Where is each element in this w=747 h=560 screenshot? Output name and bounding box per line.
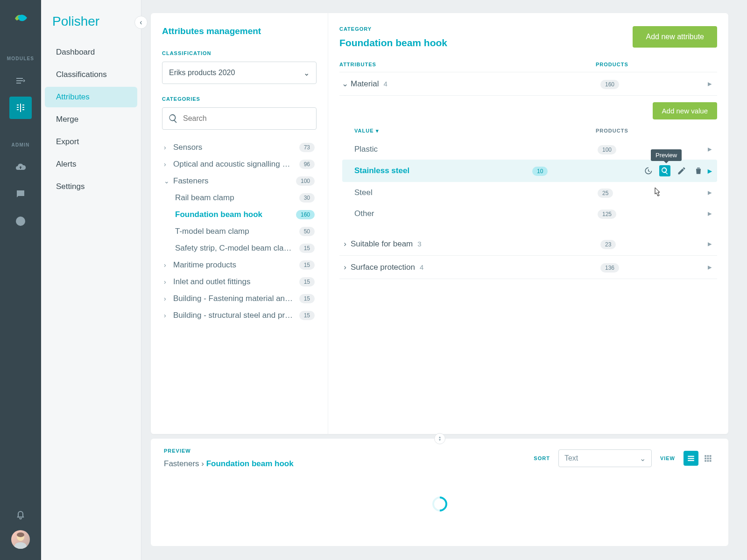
content-card: Attributes management CLASSIFICATION Eri…: [151, 13, 728, 434]
rail-checklist-icon[interactable]: [9, 70, 32, 92]
view-label: VIEW: [660, 455, 675, 461]
classification-select[interactable]: Eriks products 2020 ⌄: [162, 62, 317, 84]
classification-value: Eriks products 2020: [169, 69, 235, 77]
svg-rect-6: [707, 455, 709, 457]
chevron-right-icon: ▸: [708, 79, 717, 89]
rail-upload-icon[interactable]: [9, 156, 32, 178]
loading-spinner: [429, 493, 450, 514]
edit-icon[interactable]: [676, 165, 687, 176]
search-icon: [168, 113, 178, 124]
app-logo: [11, 9, 30, 28]
attr-surface-protection[interactable]: › Surface protection4 136 ▸: [339, 256, 717, 279]
page-title: Attributes management: [162, 26, 317, 36]
category-title: Foundation beam hook: [339, 37, 447, 49]
tree-safety-strip[interactable]: Safety strip, C-model beam clamp15: [162, 240, 317, 257]
material-values: Add new value Value ▾ Products Plastic 1…: [339, 96, 717, 224]
nav-attributes[interactable]: Attributes: [45, 87, 137, 107]
svg-rect-2: [688, 456, 694, 457]
value-stainless-steel[interactable]: Stainless steel 10 Preview ▸: [342, 160, 717, 182]
tree-sensors[interactable]: ›Sensors73: [162, 139, 317, 156]
tree-rail-beam[interactable]: Rail beam clamp30: [162, 189, 317, 206]
search-input[interactable]: [183, 114, 310, 123]
resize-handle[interactable]: ▴▾: [434, 433, 445, 444]
category-label: CATEGORY: [339, 26, 447, 32]
right-panel: CATEGORY Foundation beam hook Add new at…: [328, 13, 728, 434]
chevron-right-icon: ▸: [708, 262, 717, 272]
view-list-button[interactable]: [684, 451, 698, 466]
chevron-right-icon: ›: [339, 239, 351, 249]
svg-rect-5: [705, 455, 706, 457]
nav-merge[interactable]: Merge: [45, 109, 137, 130]
nav-export[interactable]: Export: [45, 132, 137, 152]
app-title: Polisher: [41, 14, 141, 42]
nav-alerts[interactable]: Alerts: [45, 154, 137, 175]
svg-rect-9: [707, 458, 709, 460]
chevron-down-icon: ⌄: [339, 79, 351, 89]
nav-classifications[interactable]: Classifications: [45, 64, 137, 85]
tree-t-model[interactable]: T-model beam clamp50: [162, 223, 317, 240]
chevron-right-icon: ▸: [708, 144, 717, 154]
svg-rect-4: [688, 460, 694, 461]
nav-settings[interactable]: Settings: [45, 176, 137, 197]
classification-label: CLASSIFICATION: [162, 50, 317, 56]
delete-icon[interactable]: [693, 165, 704, 176]
chevron-down-icon: ⌄: [303, 69, 310, 77]
col-attributes: ATTRIBUTES: [339, 62, 596, 67]
svg-rect-7: [710, 455, 712, 457]
svg-rect-13: [710, 460, 712, 462]
collapse-sidebar-button[interactable]: ‹: [134, 16, 148, 29]
main: Attributes management CLASSIFICATION Eri…: [141, 0, 747, 560]
svg-rect-10: [710, 458, 712, 460]
tree-building-structural[interactable]: ›Building - structural steel and profil……: [162, 307, 317, 324]
admin-label: ADMIN: [12, 142, 30, 147]
chevron-right-icon: ▸: [708, 209, 717, 218]
chevron-right-icon: ▸: [708, 239, 717, 249]
user-avatar[interactable]: [11, 530, 30, 549]
preview-panel: ▴▾ PREVIEW Fasteners › Foundation beam h…: [151, 439, 728, 546]
category-search[interactable]: [162, 107, 317, 130]
chevron-right-icon: ›: [339, 263, 351, 272]
add-value-button[interactable]: Add new value: [653, 102, 717, 119]
tree-inlet[interactable]: ›Inlet and outlet fittings15: [162, 273, 317, 290]
chevron-down-icon: ⌄: [640, 454, 646, 463]
sort-select[interactable]: Text ⌄: [558, 449, 652, 467]
modules-label: MODULES: [7, 56, 34, 61]
col-products: PRODUCTS: [596, 62, 717, 67]
preview-tooltip: Preview: [651, 149, 682, 161]
svg-rect-3: [688, 458, 694, 459]
rail-swap-icon[interactable]: [9, 210, 32, 232]
categories-label: CATEGORIES: [162, 96, 317, 102]
tree-foundation-beam[interactable]: Foundation beam hook160: [162, 206, 317, 223]
svg-rect-8: [705, 458, 706, 460]
view-grid-button[interactable]: [700, 451, 715, 466]
notifications-icon[interactable]: [9, 503, 32, 525]
tree-fasteners[interactable]: ⌄Fasteners100: [162, 173, 317, 189]
rail-chat-icon[interactable]: [9, 183, 32, 205]
sort-label: SORT: [534, 455, 550, 461]
value-other[interactable]: Other 125 ▸: [342, 203, 717, 224]
preview-icon[interactable]: [659, 165, 670, 176]
history-icon[interactable]: [642, 165, 654, 176]
add-attribute-button[interactable]: Add new attribute: [633, 26, 717, 48]
tree-building-fastening[interactable]: ›Building - Fastening material and to…15: [162, 290, 317, 307]
preview-label: PREVIEW: [164, 448, 294, 454]
icon-rail: MODULES ADMIN: [0, 0, 41, 560]
attr-material[interactable]: ⌄ Material4 160 ▸: [339, 72, 717, 96]
svg-rect-11: [705, 460, 706, 462]
sort-arrow-icon: ▾: [376, 128, 379, 133]
nav-dashboard[interactable]: Dashboard: [45, 42, 137, 63]
value-steel[interactable]: Steel 25 ▸: [342, 182, 717, 203]
left-panel: Attributes management CLASSIFICATION Eri…: [151, 13, 328, 434]
tree-optical[interactable]: ›Optical and acoustic signalling equi…96: [162, 156, 317, 173]
nav-sidebar: Polisher Dashboard Classifications Attri…: [41, 0, 141, 560]
svg-rect-12: [707, 460, 709, 462]
chevron-right-icon: ▸: [708, 188, 717, 197]
chevron-right-icon: ▸: [708, 166, 717, 176]
breadcrumb: Fasteners › Foundation beam hook: [164, 459, 294, 469]
rail-attributes-icon[interactable]: [9, 97, 32, 119]
attr-suitable-beam[interactable]: › Suitable for beam3 23 ▸: [339, 232, 717, 256]
svg-point-1: [17, 532, 24, 537]
tree-maritime[interactable]: ›Maritime products15: [162, 257, 317, 273]
